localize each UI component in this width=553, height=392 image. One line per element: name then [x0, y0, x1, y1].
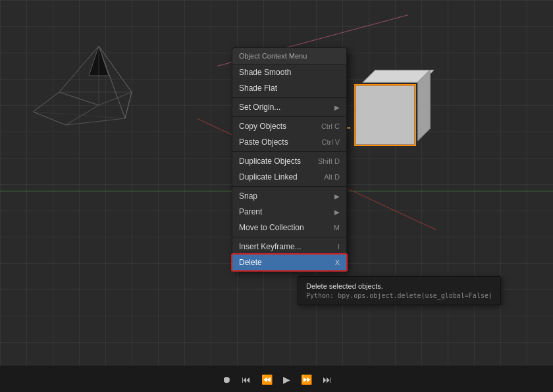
timeline-play-btn[interactable]: ▶	[280, 373, 293, 386]
menu-item-set-origin[interactable]: Set Origin... ▶	[232, 99, 346, 115]
submenu-arrow: ▶	[334, 104, 340, 111]
menu-divider-3	[232, 151, 346, 152]
timeline-bar: ⏺ ⏮ ⏪ ▶ ⏩ ⏭	[0, 366, 553, 392]
timeline-record-btn[interactable]: ⏺	[219, 373, 234, 386]
timeline-end-btn[interactable]: ⏭	[320, 373, 334, 386]
menu-divider-4	[232, 186, 346, 187]
tooltip-description: Delete selected objects.	[306, 282, 492, 290]
menu-item-shade-smooth[interactable]: Shade Smooth	[232, 64, 346, 80]
svg-marker-3	[33, 92, 99, 125]
cube-right-face	[417, 69, 430, 141]
cube-front-face	[356, 86, 415, 145]
timeline-next-btn[interactable]: ⏩	[298, 373, 315, 386]
tooltip-box: Delete selected objects. Python: bpy.ops…	[298, 276, 501, 305]
menu-item-insert-keyframe[interactable]: Insert Keyframe... I	[232, 239, 346, 255]
menu-divider-1	[232, 97, 346, 98]
menu-item-duplicate-linked[interactable]: Duplicate Linked Alt D	[232, 169, 346, 185]
viewport: Object Context Menu Shade Smooth Shade F…	[0, 0, 553, 366]
origin-marker	[347, 127, 360, 140]
parent-submenu-arrow: ▶	[334, 208, 340, 216]
menu-item-duplicate-objects[interactable]: Duplicate Objects Shift D	[232, 153, 346, 169]
svg-marker-1	[99, 46, 132, 118]
menu-divider-5	[232, 237, 346, 237]
snap-submenu-arrow: ▶	[334, 193, 340, 200]
svg-marker-0	[33, 46, 132, 125]
menu-item-copy-objects[interactable]: Copy Objects Ctrl C	[232, 118, 346, 134]
menu-item-shade-flat[interactable]: Shade Flat	[232, 80, 346, 96]
context-menu: Object Context Menu Shade Smooth Shade F…	[232, 47, 347, 271]
menu-item-snap[interactable]: Snap ▶	[232, 188, 346, 204]
timeline-start-btn[interactable]: ⏮	[239, 373, 253, 386]
timeline-prev-btn[interactable]: ⏪	[259, 373, 275, 386]
menu-item-delete[interactable]: Delete X	[232, 255, 346, 270]
menu-item-move-to-collection[interactable]: Move to Collection M	[232, 220, 346, 235]
mesh-object	[13, 39, 158, 160]
context-menu-title: Object Context Menu	[232, 48, 346, 64]
menu-item-paste-objects[interactable]: Paste Objects Ctrl V	[232, 134, 346, 150]
tooltip-python: Python: bpy.ops.object.delete(use_global…	[306, 292, 492, 299]
menu-item-parent[interactable]: Parent ▶	[232, 204, 346, 220]
menu-divider-2	[232, 116, 346, 117]
